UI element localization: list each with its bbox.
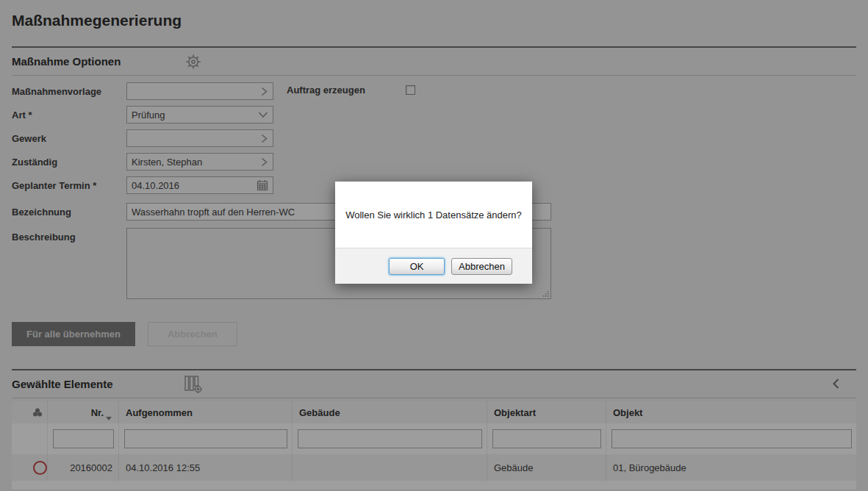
confirm-dialog-message: Wollen Sie wirklich 1 Datensätze ändern? [338, 209, 529, 221]
confirm-dialog-footer: OK Abbrechen [335, 248, 532, 284]
dialog-ok-button[interactable]: OK [389, 258, 445, 275]
confirm-dialog: Wollen Sie wirklich 1 Datensätze ändern?… [335, 182, 532, 284]
dialog-cancel-button[interactable]: Abbrechen [451, 258, 512, 275]
confirm-dialog-body: Wollen Sie wirklich 1 Datensätze ändern? [335, 182, 532, 248]
